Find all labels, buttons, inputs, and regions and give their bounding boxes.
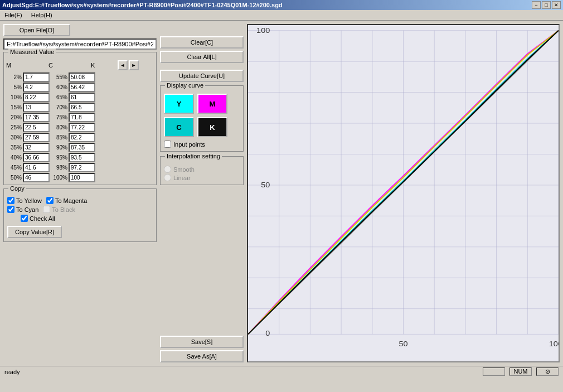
copy-value-button[interactable]: Copy Value[R]: [7, 226, 62, 238]
window-controls: − □ ✕: [532, 1, 561, 9]
linear-radio-row: Linear: [164, 174, 240, 181]
save-button[interactable]: Save[S]: [160, 336, 244, 348]
pct-label: 70%: [52, 104, 67, 110]
pct-label: 85%: [52, 134, 67, 141]
check-all-label[interactable]: Check All: [21, 215, 55, 222]
mv-input[interactable]: [23, 72, 50, 82]
to-yellow-checkbox[interactable]: [7, 197, 14, 204]
mv-input[interactable]: [23, 163, 50, 172]
table-row: 20%: [6, 113, 50, 122]
minimize-button[interactable]: −: [532, 1, 541, 9]
chart-area: 100 50 0 50 100: [247, 24, 560, 362]
input-points-checkbox[interactable]: [164, 141, 171, 148]
pct-label: 75%: [52, 114, 67, 120]
smooth-label: Smooth: [173, 166, 195, 173]
table-row: 2%: [6, 72, 50, 82]
mv-input[interactable]: [23, 103, 50, 112]
col-m-label: M: [6, 62, 48, 69]
mv-input[interactable]: [23, 93, 50, 102]
curve-c-button[interactable]: C: [164, 117, 194, 137]
mv-input[interactable]: [69, 173, 95, 182]
linear-radio[interactable]: [164, 174, 171, 181]
to-yellow-label[interactable]: To Yellow: [7, 197, 42, 204]
file-path-input[interactable]: [3, 38, 157, 50]
help-menu[interactable]: Help(H): [29, 11, 55, 19]
measured-value-group: Measured Value M C K ◄ ► 2%: [3, 52, 157, 185]
mv-column-headers: M C K ◄ ►: [6, 60, 154, 70]
table-row: 50%: [6, 173, 50, 182]
update-curve-button[interactable]: Update Curve[U]: [160, 70, 244, 82]
copy-title: Copy: [8, 185, 26, 192]
copy-row-2: To Cyan To Black: [7, 206, 153, 213]
mv-input[interactable]: [69, 103, 95, 112]
pct-label: 45%: [6, 164, 22, 171]
to-cyan-label[interactable]: To Cyan: [7, 206, 38, 213]
mv-input[interactable]: [69, 163, 95, 172]
mv-input[interactable]: [23, 133, 50, 142]
clear-button[interactable]: Clear[C]: [160, 36, 244, 49]
status-indicator-1: [483, 367, 505, 376]
table-row: 85%: [52, 133, 95, 142]
to-black-checkbox[interactable]: [43, 206, 50, 213]
svg-text:50: 50: [261, 180, 270, 189]
pct-label: 15%: [6, 104, 22, 110]
nav-left-button[interactable]: ◄: [118, 60, 128, 70]
table-row: 30%: [6, 133, 50, 142]
interpolation-title: Interpolation setting: [165, 153, 222, 159]
curve-y-button[interactable]: Y: [164, 94, 194, 114]
to-black-label[interactable]: To Black: [43, 206, 75, 213]
mv-input[interactable]: [69, 83, 95, 92]
clear-all-button[interactable]: Clear All[L]: [160, 51, 244, 63]
table-row: 45%: [6, 163, 50, 172]
curve-k-button[interactable]: K: [197, 117, 227, 137]
pct-label: 80%: [52, 124, 67, 130]
mv-right-col: 55% 60% 65% 70%: [52, 72, 95, 182]
to-cyan-checkbox[interactable]: [7, 206, 14, 213]
pct-label: 2%: [6, 74, 22, 80]
pct-label: 10%: [6, 94, 22, 100]
nav-right-button[interactable]: ►: [129, 60, 139, 70]
mv-input[interactable]: [23, 173, 50, 182]
mv-input[interactable]: [23, 143, 50, 152]
mv-input[interactable]: [23, 153, 50, 162]
linear-label: Linear: [173, 175, 191, 181]
smooth-radio[interactable]: [164, 166, 171, 173]
svg-text:0: 0: [265, 329, 270, 338]
table-row: 25%: [6, 123, 50, 132]
save-as-button[interactable]: Save As[A]: [160, 350, 244, 362]
status-ready: ready: [4, 369, 20, 375]
status-bar: ready NUM ⊘: [0, 366, 563, 377]
mv-input[interactable]: [69, 93, 95, 102]
mv-input[interactable]: [69, 143, 95, 152]
copy-row-1: To Yellow To Magenta: [7, 197, 153, 204]
mv-input[interactable]: [69, 133, 95, 142]
file-menu[interactable]: File(F): [2, 11, 25, 19]
mv-input[interactable]: [69, 123, 95, 132]
mv-input[interactable]: [23, 113, 50, 122]
mv-data-table: 2% 5% 10% 15%: [6, 72, 154, 182]
open-file-button[interactable]: Open File[O]: [3, 24, 70, 36]
table-row: 100%: [52, 173, 95, 182]
svg-text:50: 50: [399, 339, 407, 348]
mv-input[interactable]: [23, 83, 50, 92]
table-row: 98%: [52, 163, 95, 172]
display-curve-group: Display curve Y M C K Input points: [160, 85, 244, 152]
to-magenta-checkbox[interactable]: [46, 197, 54, 204]
left-panel: Open File[O] Measured Value M C K ◄ ►: [3, 24, 157, 362]
table-row: 60%: [52, 83, 95, 92]
maximize-button[interactable]: □: [542, 1, 551, 9]
chart-svg: 100 50 0 50 100: [248, 25, 559, 361]
mv-input[interactable]: [23, 123, 50, 132]
check-all-checkbox[interactable]: [21, 215, 28, 222]
menu-bar: File(F) Help(H): [0, 10, 563, 21]
curve-m-button[interactable]: M: [197, 94, 227, 114]
close-button[interactable]: ✕: [552, 1, 561, 9]
table-row: 5%: [6, 83, 50, 92]
table-row: 15%: [6, 103, 50, 112]
mv-input[interactable]: [69, 113, 95, 122]
mv-left-col: 2% 5% 10% 15%: [6, 72, 50, 182]
mv-input[interactable]: [69, 153, 95, 162]
to-magenta-label[interactable]: To Magenta: [46, 197, 87, 204]
mv-input[interactable]: [69, 72, 95, 82]
smooth-radio-row: Smooth: [164, 166, 240, 173]
